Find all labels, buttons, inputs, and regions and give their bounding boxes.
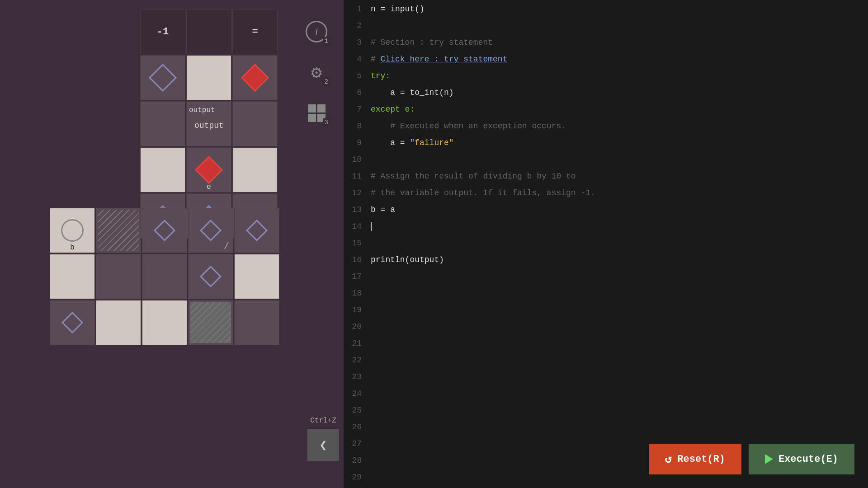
- bottom-r1c3[interactable]: [142, 208, 187, 253]
- cell-r3c3[interactable]: [232, 147, 278, 192]
- line-num-18: 18: [344, 289, 371, 298]
- code-line-20: 20: [344, 322, 868, 339]
- line-num-23: 23: [344, 372, 371, 381]
- code-line-10: 10: [344, 155, 868, 172]
- cell-r2c1[interactable]: [140, 101, 185, 146]
- line-num-5: 5: [344, 71, 371, 80]
- line-num-4: 4: [344, 55, 371, 64]
- line-num-17: 17: [344, 272, 371, 281]
- game-panel: -1 = output: [0, 0, 344, 488]
- cell-r3c2[interactable]: e: [186, 147, 231, 192]
- header-cell-minus1: -1: [140, 9, 185, 54]
- cell-r1c2[interactable]: [186, 55, 231, 100]
- diamond-blue-b1c5: [246, 220, 268, 241]
- grid-row-1: [140, 55, 285, 100]
- code-line-21: 21: [344, 339, 868, 356]
- bottom-r2c3[interactable]: [142, 254, 187, 299]
- bottom-row-2: [50, 254, 285, 299]
- line-num-25: 25: [344, 406, 371, 415]
- bottom-r1c5[interactable]: [234, 208, 279, 253]
- e-label: e: [207, 183, 211, 191]
- line-num-14: 14: [344, 222, 371, 231]
- bottom-r3c5[interactable]: [234, 300, 279, 345]
- code-line-7: 7 except e:: [344, 105, 868, 122]
- diag-2: [190, 302, 231, 343]
- line-content-8: # Executed when an exception occurs.: [371, 122, 566, 131]
- line-num-10: 10: [344, 155, 371, 164]
- line-num-3: 3: [344, 38, 371, 47]
- bottom-r1c2[interactable]: [96, 208, 141, 253]
- code-line-11: 11 # Assign the result of dividing b by …: [344, 172, 868, 188]
- line-num-2: 2: [344, 21, 371, 30]
- diamond-blue-b2c4: [200, 266, 222, 287]
- slash-label: /: [224, 241, 229, 252]
- line-num-7: 7: [344, 105, 371, 114]
- info-badge: 1: [323, 37, 330, 45]
- back-button[interactable]: ❮: [307, 429, 339, 461]
- header-cell-empty: [186, 9, 231, 54]
- diamond-blue-b1c4: [200, 220, 222, 241]
- line-content-12: # the variable output. If it fails, assi…: [371, 188, 595, 197]
- bottom-r2c4[interactable]: [188, 254, 233, 299]
- output-label: output: [189, 106, 215, 114]
- code-line-26: 26: [344, 422, 868, 439]
- code-line-3: 3 # Section : try statement: [344, 38, 868, 55]
- bottom-grid: b /: [50, 208, 285, 346]
- bottom-r2c1[interactable]: [50, 254, 95, 299]
- line-content-5: try:: [371, 71, 390, 80]
- bottom-row-1: b /: [50, 208, 285, 253]
- diamond-blue-b3c1: [61, 312, 83, 333]
- cell-r2c3[interactable]: [232, 101, 278, 146]
- line-num-15: 15: [344, 239, 371, 248]
- b-cell[interactable]: b: [50, 208, 95, 253]
- info-button[interactable]: i 1: [303, 18, 330, 45]
- text-cursor: [371, 222, 372, 231]
- circle-shape: [61, 219, 84, 242]
- line-content-7: except e:: [371, 105, 415, 114]
- code-line-22: 22: [344, 356, 868, 372]
- line-content-4: # Click here : try statement: [371, 55, 507, 64]
- line-content-14: [371, 222, 372, 231]
- ctrl-z-label: Ctrl+Z: [310, 417, 336, 425]
- code-area[interactable]: 1 n = input() 2 3 # Section : try statem…: [344, 0, 868, 488]
- line-num-13: 13: [344, 205, 371, 214]
- layout-button[interactable]: 3: [303, 99, 330, 127]
- code-line-25: 25: [344, 406, 868, 422]
- bottom-r3c2[interactable]: [96, 300, 141, 345]
- header-cell-equals: =: [232, 9, 278, 54]
- code-line-2: 2: [344, 21, 868, 38]
- bottom-r3c3[interactable]: [142, 300, 187, 345]
- settings-button[interactable]: ⚙ 2: [303, 59, 330, 86]
- play-icon: [765, 454, 773, 464]
- diamond-red-2: [195, 156, 223, 184]
- bottom-r2c5[interactable]: [234, 254, 279, 299]
- code-line-5: 5 try:: [344, 71, 868, 88]
- code-line-4: 4 # Click here : try statement: [344, 55, 868, 71]
- code-line-12: 12 # the variable output. If it fails, a…: [344, 188, 868, 205]
- reset-button[interactable]: ↺ Reset(R): [649, 444, 741, 474]
- bottom-row-3: [50, 300, 285, 345]
- code-line-8: 8 # Executed when an exception occurs.: [344, 122, 868, 138]
- cell-r1c1[interactable]: [140, 55, 185, 100]
- line-content-11: # Assign the result of dividing b by 10 …: [371, 172, 576, 181]
- line-content-9: a = "failure": [371, 138, 454, 147]
- execute-button[interactable]: Execute(E): [749, 444, 854, 474]
- cell-r1c3[interactable]: [232, 55, 278, 100]
- code-line-15: 15: [344, 239, 868, 255]
- line-num-8: 8: [344, 122, 371, 131]
- line-num-27: 27: [344, 439, 371, 448]
- bottom-r2c2[interactable]: [96, 254, 141, 299]
- output-float-label: output: [194, 121, 224, 130]
- bottom-r1c4[interactable]: /: [188, 208, 233, 253]
- code-line-16: 16 println(output): [344, 255, 868, 272]
- line-num-9: 9: [344, 138, 371, 147]
- line-content-6: a = to_int(n): [371, 88, 454, 97]
- code-line-17: 17: [344, 272, 868, 289]
- bottom-r3c4[interactable]: [188, 300, 233, 345]
- code-line-14: 14: [344, 222, 868, 239]
- code-line-29: 29: [344, 473, 868, 488]
- line-num-24: 24: [344, 389, 371, 398]
- bottom-r3c1[interactable]: [50, 300, 95, 345]
- line-num-16: 16: [344, 255, 371, 264]
- cell-r3c1[interactable]: [140, 147, 185, 192]
